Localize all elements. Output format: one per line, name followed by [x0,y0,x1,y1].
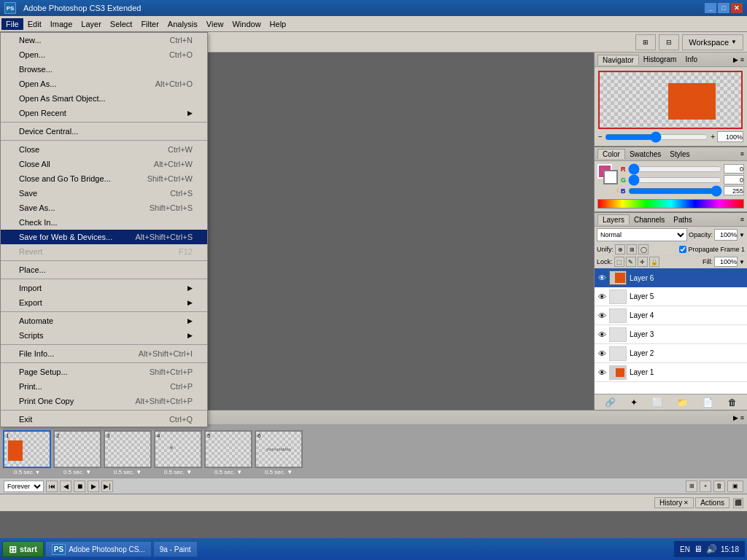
frame-2[interactable]: 2 0.5 sec. ▼ [53,430,101,475]
menu-open-as[interactable]: Open As...Alt+Ctrl+O [1,77,207,91]
layer-row-1[interactable]: 👁 Layer 1 [595,363,747,382]
layer-row-5[interactable]: 👁 Layer 5 [595,287,747,306]
menu-close-bridge[interactable]: Close and Go To Bridge...Shift+Ctrl+W [1,171,207,186]
frame-3[interactable]: 3 0.5 sec. ▼ [104,430,152,475]
menu-save-web[interactable]: Save for Web & Devices...Alt+Shift+Ctrl+… [1,230,207,244]
frame-5[interactable]: 5 0.5 sec. ▼ [204,430,252,475]
zoom-value-input[interactable] [717,131,743,142]
add-mask-btn[interactable]: ⬜ [650,397,665,408]
b-slider[interactable] [628,187,722,195]
lock-all-btn[interactable]: 🔒 [649,257,659,267]
tab-layers[interactable]: Layers [597,214,630,225]
menu-save[interactable]: SaveCtrl+S [1,186,207,201]
r-slider[interactable] [628,166,722,173]
delete-layer-btn[interactable]: 🗑 [726,397,739,408]
loop-select[interactable]: Forever [4,481,44,492]
add-style-btn[interactable]: ✦ [628,397,640,408]
tab-styles[interactable]: Styles [665,149,694,159]
menu-open-recent[interactable]: Open Recent▶ [1,106,207,120]
start-button[interactable]: ⊞ start [2,541,44,557]
workspace-dropdown[interactable]: Workspace ▼ [682,34,743,50]
b-input[interactable] [724,186,744,195]
menu-file[interactable]: File [1,18,23,30]
frame-1-delay-btn[interactable]: ▼ [35,470,40,475]
frame-5-delay-btn[interactable]: ▼ [236,469,242,475]
layers-opacity-dropdown[interactable]: ▼ [739,232,745,238]
layer-row-4[interactable]: 👁 Layer 4 [595,306,747,325]
bottom-panel-menu[interactable]: ≡ [740,414,744,421]
menu-analysis[interactable]: Analysis [163,18,202,30]
close-button[interactable]: ✕ [731,3,743,13]
tab-navigator[interactable]: Navigator [597,55,639,65]
menu-edit[interactable]: Edit [23,18,46,30]
new-frame-btn[interactable]: + [700,481,711,492]
new-layer-btn[interactable]: 📄 [700,397,716,408]
workspace-layout-btn[interactable]: ⊞ [635,34,656,50]
zoom-slider[interactable] [605,134,708,140]
taskbar-paint-btn[interactable]: 9a - Paint [153,541,198,557]
layer-row-2[interactable]: 👁 Layer 2 [595,344,747,363]
navigator-collapse-btn[interactable]: ▶ [733,56,738,63]
actions-tab[interactable]: Actions [695,497,729,508]
menu-scripts[interactable]: Scripts▶ [1,328,207,343]
tab-channels[interactable]: Channels [630,215,669,225]
menu-new[interactable]: New...Ctrl+N [1,33,207,47]
tab-swatches[interactable]: Swatches [625,149,665,159]
maximize-button[interactable]: □ [718,3,729,13]
color-menu-btn[interactable]: ≡ [740,150,744,158]
menu-select[interactable]: Select [106,18,137,30]
menu-close-all[interactable]: Close AllAlt+Ctrl+W [1,157,207,171]
layer2-eye-icon[interactable]: 👁 [596,349,608,358]
navigator-menu-btn[interactable]: ≡ [740,56,744,63]
fill-input[interactable] [714,257,738,267]
unify-visibility-btn[interactable]: ◯ [638,244,649,254]
layers-menu-btn[interactable]: ≡ [740,216,744,223]
menu-close[interactable]: CloseCtrl+W [1,142,207,157]
layer5-eye-icon[interactable]: 👁 [596,292,608,301]
menu-image[interactable]: Image [46,18,77,30]
g-slider[interactable] [628,176,722,184]
delete-frame-btn[interactable]: 🗑 [713,481,725,492]
bottom-panel-collapse[interactable]: ▶ [733,414,738,421]
step-back-btn[interactable]: ◀ [60,481,71,492]
menu-open[interactable]: Open...Ctrl+O [1,47,207,62]
menu-open-smart[interactable]: Open As Smart Object... [1,91,207,106]
tab-info[interactable]: Info [681,55,702,64]
workspace-arrange-btn[interactable]: ⊟ [659,34,679,50]
r-input[interactable] [724,164,744,174]
lock-image-btn[interactable]: ✎ [626,257,636,267]
menu-device-central[interactable]: Device Central... [1,124,207,139]
menu-layer[interactable]: Layer [77,18,106,30]
propagate-checkbox[interactable] [679,246,686,253]
menu-import[interactable]: Import▶ [1,281,207,295]
zoom-out-btn[interactable]: − [598,133,603,141]
lock-transparent-btn[interactable]: ⬚ [614,257,624,267]
menu-automate[interactable]: Automate▶ [1,314,207,328]
menu-save-as[interactable]: Save As...Shift+Ctrl+S [1,201,207,215]
layer6-eye-icon[interactable]: 👁 [596,273,608,282]
layers-opacity-input[interactable] [714,229,738,241]
menu-print[interactable]: Print...Ctrl+P [1,379,207,394]
stop-btn[interactable]: ⏹ [74,481,85,492]
frame-2-delay-btn[interactable]: ▼ [85,469,91,475]
menu-browse[interactable]: Browse... [1,62,207,77]
menu-place[interactable]: Place... [1,262,207,277]
lock-position-btn[interactable]: ✛ [638,257,648,267]
menu-exit[interactable]: ExitCtrl+Q [1,412,207,427]
g-input[interactable] [724,175,744,184]
fill-dropdown[interactable]: ▼ [739,259,745,265]
menu-help[interactable]: Help [266,18,291,30]
unify-style-btn[interactable]: ⊞ [627,244,637,254]
color-spectrum[interactable] [597,199,744,209]
minimize-button[interactable]: _ [705,3,716,13]
tab-color[interactable]: Color [597,149,625,159]
menu-print-one[interactable]: Print One CopyAlt+Shift+Ctrl+P [1,394,207,408]
play-btn[interactable]: ▶ [88,481,99,492]
menu-file-info[interactable]: File Info...Alt+Shift+Ctrl+I [1,346,207,361]
layer4-eye-icon[interactable]: 👁 [596,311,608,320]
tab-paths[interactable]: Paths [669,215,697,225]
blend-mode-select[interactable]: Normal [597,228,687,241]
step-forward-btn[interactable]: ▶| [101,481,113,492]
history-tab[interactable]: History ✕ [654,497,694,508]
rewind-btn[interactable]: ⏮ [46,481,58,492]
